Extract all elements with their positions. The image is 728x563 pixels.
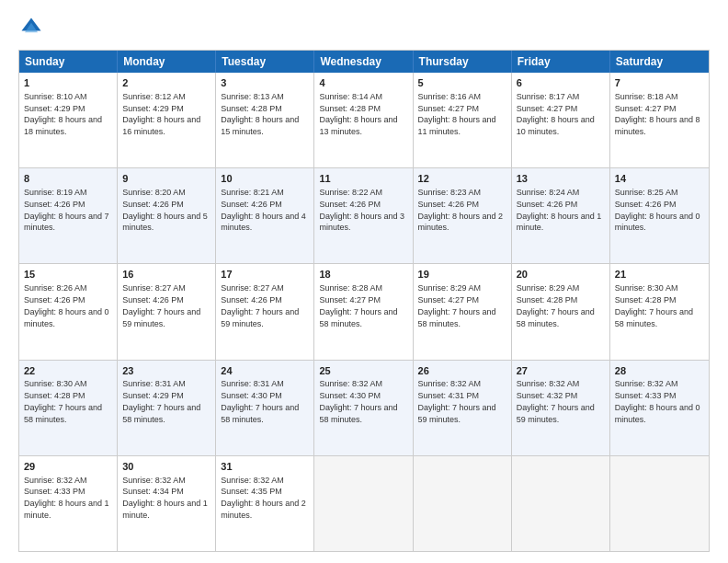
cell-info: Sunrise: 8:32 AMSunset: 4:31 PMDaylight:… bbox=[418, 379, 496, 423]
day-number: 16 bbox=[122, 268, 210, 282]
day-cell-15: 15Sunrise: 8:26 AMSunset: 4:26 PMDayligh… bbox=[19, 264, 118, 359]
day-number: 6 bbox=[517, 76, 605, 90]
day-number: 31 bbox=[221, 460, 309, 474]
header-day-saturday: Saturday bbox=[610, 51, 709, 73]
day-cell-1: 1Sunrise: 8:10 AMSunset: 4:29 PMDaylight… bbox=[19, 73, 118, 167]
cell-info: Sunrise: 8:22 AMSunset: 4:26 PMDaylight:… bbox=[319, 188, 404, 232]
day-number: 10 bbox=[221, 172, 309, 186]
day-cell-3: 3Sunrise: 8:13 AMSunset: 4:28 PMDaylight… bbox=[216, 73, 314, 167]
day-cell-21: 21Sunrise: 8:30 AMSunset: 4:28 PMDayligh… bbox=[610, 264, 709, 359]
day-cell-10: 10Sunrise: 8:21 AMSunset: 4:26 PMDayligh… bbox=[216, 168, 314, 263]
day-cell-6: 6Sunrise: 8:17 AMSunset: 4:27 PMDaylight… bbox=[512, 73, 610, 167]
day-number: 12 bbox=[418, 172, 506, 186]
day-number: 21 bbox=[615, 268, 704, 282]
cell-info: Sunrise: 8:19 AMSunset: 4:26 PMDaylight:… bbox=[24, 188, 109, 232]
page: SundayMondayTuesdayWednesdayThursdayFrid… bbox=[0, 0, 728, 563]
cell-info: Sunrise: 8:32 AMSunset: 4:35 PMDaylight:… bbox=[221, 476, 306, 520]
cell-info: Sunrise: 8:30 AMSunset: 4:28 PMDaylight:… bbox=[615, 283, 693, 327]
cell-info: Sunrise: 8:25 AMSunset: 4:26 PMDaylight:… bbox=[615, 188, 700, 232]
cell-info: Sunrise: 8:12 AMSunset: 4:29 PMDaylight:… bbox=[122, 92, 200, 136]
day-cell-22: 22Sunrise: 8:30 AMSunset: 4:28 PMDayligh… bbox=[19, 361, 118, 455]
cell-info: Sunrise: 8:10 AMSunset: 4:29 PMDaylight:… bbox=[24, 92, 102, 136]
day-cell-13: 13Sunrise: 8:24 AMSunset: 4:26 PMDayligh… bbox=[512, 168, 610, 263]
header bbox=[18, 15, 710, 40]
day-number: 15 bbox=[24, 268, 112, 282]
header-day-friday: Friday bbox=[512, 51, 610, 73]
day-cell-31: 31Sunrise: 8:32 AMSunset: 4:35 PMDayligh… bbox=[216, 456, 314, 551]
day-number: 2 bbox=[122, 76, 210, 90]
day-number: 9 bbox=[122, 172, 210, 186]
cell-info: Sunrise: 8:28 AMSunset: 4:27 PMDaylight:… bbox=[319, 283, 397, 327]
day-cell-29: 29Sunrise: 8:32 AMSunset: 4:33 PMDayligh… bbox=[19, 456, 118, 551]
cell-info: Sunrise: 8:20 AMSunset: 4:26 PMDaylight:… bbox=[122, 188, 208, 232]
calendar-row-2: 15Sunrise: 8:26 AMSunset: 4:26 PMDayligh… bbox=[19, 263, 709, 359]
day-number: 28 bbox=[615, 364, 704, 378]
cell-info: Sunrise: 8:31 AMSunset: 4:30 PMDaylight:… bbox=[221, 379, 299, 423]
cell-info: Sunrise: 8:32 AMSunset: 4:30 PMDaylight:… bbox=[319, 379, 397, 423]
day-cell-2: 2Sunrise: 8:12 AMSunset: 4:29 PMDaylight… bbox=[118, 73, 216, 167]
day-cell-7: 7Sunrise: 8:18 AMSunset: 4:27 PMDaylight… bbox=[610, 73, 709, 167]
day-number: 26 bbox=[418, 364, 506, 378]
day-cell-23: 23Sunrise: 8:31 AMSunset: 4:29 PMDayligh… bbox=[118, 361, 216, 455]
day-cell-25: 25Sunrise: 8:32 AMSunset: 4:30 PMDayligh… bbox=[314, 361, 413, 455]
header-day-thursday: Thursday bbox=[414, 51, 512, 73]
day-number: 19 bbox=[418, 268, 506, 282]
day-number: 30 bbox=[122, 460, 210, 474]
calendar-row-4: 29Sunrise: 8:32 AMSunset: 4:33 PMDayligh… bbox=[19, 455, 709, 551]
cell-info: Sunrise: 8:32 AMSunset: 4:32 PMDaylight:… bbox=[517, 379, 595, 423]
logo-icon bbox=[18, 15, 44, 40]
cell-info: Sunrise: 8:23 AMSunset: 4:26 PMDaylight:… bbox=[418, 188, 504, 232]
cell-info: Sunrise: 8:21 AMSunset: 4:26 PMDaylight:… bbox=[221, 188, 306, 232]
day-cell-11: 11Sunrise: 8:22 AMSunset: 4:26 PMDayligh… bbox=[314, 168, 413, 263]
day-number: 23 bbox=[122, 364, 210, 378]
day-number: 4 bbox=[319, 76, 407, 90]
day-number: 20 bbox=[517, 268, 605, 282]
cell-info: Sunrise: 8:14 AMSunset: 4:28 PMDaylight:… bbox=[319, 92, 397, 136]
day-number: 1 bbox=[24, 76, 112, 90]
day-number: 22 bbox=[24, 364, 112, 378]
day-number: 17 bbox=[221, 268, 309, 282]
day-number: 18 bbox=[319, 268, 407, 282]
day-cell-5: 5Sunrise: 8:16 AMSunset: 4:27 PMDaylight… bbox=[414, 73, 512, 167]
day-cell-27: 27Sunrise: 8:32 AMSunset: 4:32 PMDayligh… bbox=[512, 361, 610, 455]
cell-info: Sunrise: 8:16 AMSunset: 4:27 PMDaylight:… bbox=[418, 92, 496, 136]
empty-cell-r4c3 bbox=[314, 456, 413, 551]
day-number: 27 bbox=[517, 364, 605, 378]
header-day-monday: Monday bbox=[118, 51, 216, 73]
day-number: 5 bbox=[418, 76, 506, 90]
cell-info: Sunrise: 8:27 AMSunset: 4:26 PMDaylight:… bbox=[221, 283, 299, 327]
day-cell-8: 8Sunrise: 8:19 AMSunset: 4:26 PMDaylight… bbox=[19, 168, 118, 263]
day-cell-16: 16Sunrise: 8:27 AMSunset: 4:26 PMDayligh… bbox=[118, 264, 216, 359]
day-number: 14 bbox=[615, 172, 704, 186]
day-number: 24 bbox=[221, 364, 309, 378]
cell-info: Sunrise: 8:24 AMSunset: 4:26 PMDaylight:… bbox=[517, 188, 602, 232]
day-number: 29 bbox=[24, 460, 112, 474]
day-cell-12: 12Sunrise: 8:23 AMSunset: 4:26 PMDayligh… bbox=[414, 168, 512, 263]
day-number: 8 bbox=[24, 172, 112, 186]
day-number: 7 bbox=[615, 76, 704, 90]
day-cell-26: 26Sunrise: 8:32 AMSunset: 4:31 PMDayligh… bbox=[414, 361, 512, 455]
day-number: 11 bbox=[319, 172, 407, 186]
calendar-row-0: 1Sunrise: 8:10 AMSunset: 4:29 PMDaylight… bbox=[19, 73, 709, 167]
cell-info: Sunrise: 8:13 AMSunset: 4:28 PMDaylight:… bbox=[221, 92, 299, 136]
day-cell-14: 14Sunrise: 8:25 AMSunset: 4:26 PMDayligh… bbox=[610, 168, 709, 263]
logo bbox=[18, 15, 48, 40]
empty-cell-r4c5 bbox=[512, 456, 610, 551]
calendar-row-3: 22Sunrise: 8:30 AMSunset: 4:28 PMDayligh… bbox=[19, 360, 709, 455]
header-day-wednesday: Wednesday bbox=[314, 51, 413, 73]
day-number: 25 bbox=[319, 364, 407, 378]
cell-info: Sunrise: 8:31 AMSunset: 4:29 PMDaylight:… bbox=[122, 379, 200, 423]
day-cell-20: 20Sunrise: 8:29 AMSunset: 4:28 PMDayligh… bbox=[512, 264, 610, 359]
cell-info: Sunrise: 8:18 AMSunset: 4:27 PMDaylight:… bbox=[615, 92, 700, 136]
cell-info: Sunrise: 8:30 AMSunset: 4:28 PMDaylight:… bbox=[24, 379, 102, 423]
empty-cell-r4c6 bbox=[610, 456, 709, 551]
cell-info: Sunrise: 8:26 AMSunset: 4:26 PMDaylight:… bbox=[24, 283, 109, 327]
day-cell-28: 28Sunrise: 8:32 AMSunset: 4:33 PMDayligh… bbox=[610, 361, 709, 455]
cell-info: Sunrise: 8:17 AMSunset: 4:27 PMDaylight:… bbox=[517, 92, 595, 136]
cell-info: Sunrise: 8:29 AMSunset: 4:28 PMDaylight:… bbox=[517, 283, 595, 327]
day-cell-24: 24Sunrise: 8:31 AMSunset: 4:30 PMDayligh… bbox=[216, 361, 314, 455]
cell-info: Sunrise: 8:27 AMSunset: 4:26 PMDaylight:… bbox=[122, 283, 200, 327]
header-day-tuesday: Tuesday bbox=[216, 51, 314, 73]
cell-info: Sunrise: 8:32 AMSunset: 4:34 PMDaylight:… bbox=[122, 476, 208, 520]
day-cell-18: 18Sunrise: 8:28 AMSunset: 4:27 PMDayligh… bbox=[314, 264, 413, 359]
